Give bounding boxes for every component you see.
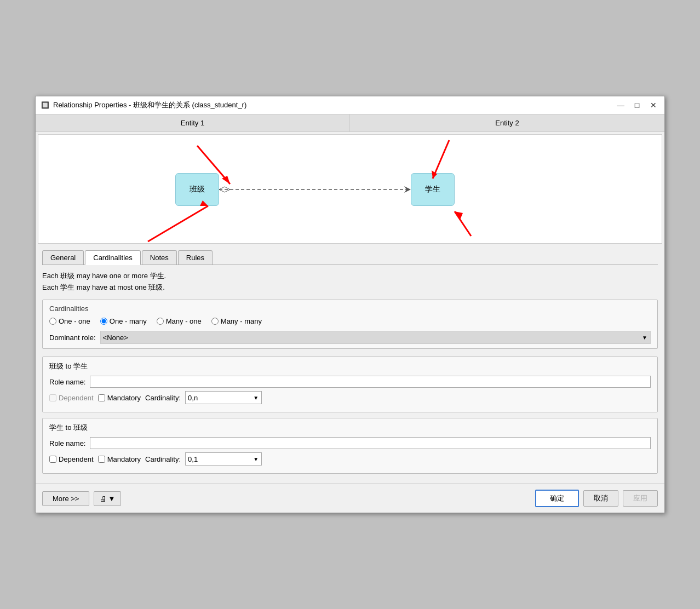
radio-many-many[interactable]: Many - many [211,317,262,325]
tab-notes[interactable]: Notes [142,250,177,265]
section2-dependent-text: Dependent [59,455,94,463]
radio-one-many-label: One - many [110,317,147,325]
section2-role-name-input[interactable] [90,437,651,449]
entity1-header: Entity 1 [36,114,350,131]
section1-mandatory-text: Mandatory [107,394,141,402]
description-line1: Each 班级 may have one or more 学生. [42,271,658,282]
section2-mandatory-label[interactable]: Mandatory [98,455,141,463]
section1-mandatory-checkbox[interactable] [98,394,105,401]
diagram-svg [38,135,662,243]
close-button[interactable]: ✕ [647,100,660,111]
dominant-role-select[interactable]: <None> [100,331,651,344]
radio-many-one[interactable]: Many - one [157,317,202,325]
tab-rules[interactable]: Rules [178,250,213,265]
section2-role-name-label: Role name: [49,439,85,447]
radio-one-one-input[interactable] [49,318,56,325]
section2-dependent-label[interactable]: Dependent [49,455,94,463]
dominant-role-label: Dominant role: [49,334,96,342]
section2-role-name-row: Role name: [49,437,651,449]
radio-many-one-label: Many - one [166,317,202,325]
entity1-label: 班级 [190,185,205,194]
tab-bar: General Cardinalities Notes Rules [42,250,658,265]
section1-dependent-label[interactable]: Dependent [49,394,94,402]
more-button[interactable]: More >> [42,491,89,506]
radio-one-many-input[interactable] [100,318,107,325]
main-content: General Cardinalities Notes Rules Each 班… [36,246,664,484]
section-entity1-to-entity2: 班级 to 学生 Role name: Dependent Mandatory … [42,357,658,412]
section1-role-name-row: Role name: [49,376,651,388]
radio-many-many-label: Many - many [221,317,262,325]
print-dropdown-arrow-icon: ▼ [108,495,115,503]
description-line2: Each 学生 may have at most one 班级. [42,282,658,294]
section2-cardinality-select[interactable]: 0,1 1,1 0,n 1,n [185,452,262,466]
section2-mandatory-text: Mandatory [107,455,141,463]
svg-line-9 [148,206,208,242]
dialog-window: 🔲 Relationship Properties - 班级和学生的关系 (cl… [35,96,665,514]
svg-marker-4 [222,176,230,184]
section2-options-row: Dependent Mandatory Cardinality: 0,1 1,1… [49,452,651,466]
section1-cardinality-wrapper: 0,n 1,n 0,1 1,1 ▼ [185,391,262,404]
section2-cardinality-label: Cardinality: [145,455,181,463]
section-entity2-to-entity1: 学生 to 班级 Role name: Dependent Mandatory … [42,418,658,474]
entity2-header: Entity 2 [350,114,664,131]
radio-many-many-input[interactable] [211,318,219,325]
entity2-box: 学生 [411,173,455,206]
dominant-role-select-wrapper: <None> ▼ [100,331,651,344]
apply-button[interactable]: 应用 [623,490,658,507]
diagram-area: 班级 学生 [38,134,662,244]
titlebar: 🔲 Relationship Properties - 班级和学生的关系 (cl… [36,96,664,114]
printer-icon: 🖨 [100,495,107,503]
tab-cardinalities[interactable]: Cardinalities [85,250,141,265]
maximize-button[interactable]: □ [630,100,644,111]
section2-cardinality-wrapper: 0,1 1,1 0,n 1,n ▼ [185,452,262,466]
section1-dependent-text: Dependent [59,394,94,402]
window-title: Relationship Properties - 班级和学生的关系 (clas… [53,100,611,110]
minimize-button[interactable]: — [614,100,627,111]
radio-one-many[interactable]: One - many [100,317,147,325]
section1-cardinality-select[interactable]: 0,n 1,n 0,1 1,1 [185,391,262,404]
section2-mandatory-checkbox[interactable] [98,456,105,463]
section1-options-row: Dependent Mandatory Cardinality: 0,n 1,n… [49,391,651,404]
radio-many-one-input[interactable] [157,318,164,325]
svg-marker-8 [455,211,463,220]
confirm-button[interactable]: 确定 [535,490,579,507]
tab-general[interactable]: General [42,250,84,265]
radio-one-one-label: One - one [59,317,90,325]
section1-mandatory-label[interactable]: Mandatory [98,394,141,402]
entity1-box: 班级 [175,173,219,206]
cardinality-radio-row: One - one One - many Many - one Many - m… [49,317,651,325]
print-button[interactable]: 🖨 ▼ [94,491,121,506]
cancel-button[interactable]: 取消 [583,490,618,507]
section2-dependent-checkbox[interactable] [49,456,56,463]
section1-dependent-checkbox[interactable] [49,394,56,401]
section2-title: 学生 to 班级 [49,423,651,433]
cardinalities-legend: Cardinalities [49,304,651,313]
description-text: Each 班级 may have one or more 学生. Each 学生… [42,271,658,294]
radio-one-one[interactable]: One - one [49,317,90,325]
section1-cardinality-label: Cardinality: [145,394,181,402]
bottom-bar: More >> 🖨 ▼ 确定 取消 应用 [36,484,664,513]
section1-role-name-label: Role name: [49,378,85,386]
cardinalities-group: Cardinalities One - one One - many Many … [42,300,658,349]
section1-role-name-input[interactable] [90,376,651,388]
svg-line-7 [455,211,471,236]
dominant-role-row: Dominant role: <None> ▼ [49,331,651,344]
svg-marker-1 [219,187,230,192]
svg-marker-2 [404,186,411,193]
entity2-label: 学生 [425,185,440,194]
section1-title: 班级 to 学生 [49,361,651,371]
window-icon: 🔲 [40,100,50,110]
entity-header: Entity 1 Entity 2 [36,114,664,132]
